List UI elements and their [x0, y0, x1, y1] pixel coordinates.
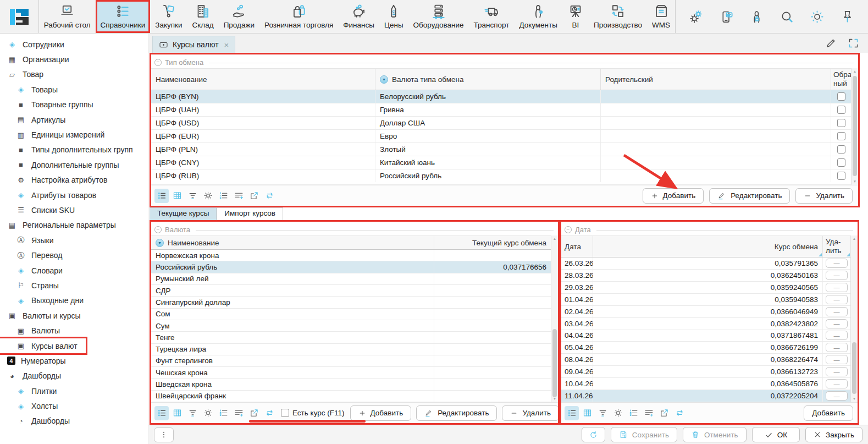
row-delete-button[interactable]: — — [826, 319, 848, 328]
table-row[interactable]: 03.04.26 0,0382423802 — — [561, 318, 850, 330]
table-row[interactable]: 01.04.26 0,035940583 — — [561, 294, 850, 306]
sidebar-item[interactable]: Ⓐ Перевод — [0, 248, 148, 262]
fullscreen-icon[interactable] — [848, 37, 859, 49]
add-button[interactable]: Добавить — [350, 405, 412, 421]
sidebar-item[interactable]: ■ Дополнительные группы — [0, 157, 148, 172]
filter-icon[interactable] — [595, 406, 610, 420]
table-row[interactable]: Чешская крона — [151, 367, 551, 379]
add-list-icon[interactable] — [231, 189, 246, 203]
scroll-down-icon[interactable]: ▼ — [851, 396, 858, 402]
table-row[interactable]: Сингапурский доллар — [151, 297, 551, 308]
sidebar-item[interactable]: ⚙ Настройка атрибутов — [0, 173, 148, 188]
sidebar-item[interactable]: ◈ Выходные дни — [0, 293, 148, 308]
nav-desktop[interactable]: Рабочий стол — [39, 0, 96, 33]
row-delete-button[interactable]: — — [826, 259, 848, 268]
numbered-list-icon[interactable] — [216, 406, 230, 420]
add-button[interactable]: Добавить — [804, 405, 853, 421]
close-button[interactable]: Закрыть — [805, 427, 863, 442]
nav-transport[interactable]: Транспорт — [468, 0, 514, 33]
settings-gear-icon[interactable] — [611, 406, 625, 420]
has-rate-checkbox[interactable] — [281, 409, 289, 417]
collapse-icon[interactable]: − — [154, 59, 162, 66]
reverse-checkbox[interactable] — [837, 145, 845, 154]
collapse-icon[interactable]: − — [154, 226, 162, 233]
scrollbar-thumb[interactable] — [852, 342, 856, 394]
nav-warehouse[interactable]: Склад — [187, 0, 219, 33]
vertical-scrollbar[interactable]: ▲ ▼ — [851, 68, 858, 185]
rows-view-icon[interactable] — [565, 406, 579, 420]
table-row[interactable]: Шведская крона — [151, 379, 551, 390]
column-header-reverse[interactable]: Обра ный — [831, 69, 851, 90]
table-row[interactable]: ЦБРФ (PLN) Злотый — [151, 143, 851, 156]
table-row[interactable]: 29.03.26 0,0359240565 — — [561, 282, 850, 294]
vertical-scrollbar[interactable]: ▲ ▼ — [551, 235, 558, 402]
row-delete-button[interactable]: — — [826, 331, 848, 340]
sidebar-item[interactable]: ◈ Сотрудники — [0, 37, 148, 52]
scroll-down-icon[interactable]: ▼ — [852, 179, 858, 184]
add-list-icon[interactable] — [642, 406, 656, 420]
scroll-down-icon[interactable]: ▼ — [551, 396, 558, 402]
nav-production[interactable]: Производство — [589, 0, 647, 33]
column-header-date[interactable]: Дата — [561, 236, 593, 257]
settings-gears-icon[interactable] — [689, 9, 704, 24]
save-button[interactable]: Сохранить — [611, 427, 677, 442]
delete-button[interactable]: Удалить — [502, 405, 559, 421]
scroll-up-icon[interactable]: ▲ — [851, 236, 858, 242]
row-delete-button[interactable]: — — [826, 355, 848, 364]
row-delete-button[interactable]: — — [826, 343, 848, 352]
numbered-list-icon[interactable] — [216, 189, 230, 203]
reverse-checkbox[interactable] — [837, 119, 845, 127]
row-delete-button[interactable]: — — [826, 379, 848, 388]
grid-view-icon[interactable] — [580, 406, 594, 420]
sidebar-item[interactable]: ▦ Организации — [0, 52, 148, 67]
column-header-delete[interactable]: Уда- лить — [823, 236, 850, 257]
settings-gear-icon[interactable] — [201, 406, 215, 420]
rows-view-icon[interactable] — [154, 406, 169, 420]
sync-icon[interactable] — [262, 189, 277, 203]
user-lock-icon[interactable] — [749, 9, 764, 24]
sidebar-item[interactable]: Ⓐ Языки — [0, 233, 148, 248]
sort-icon[interactable]: ▾ — [156, 239, 164, 247]
export-icon[interactable] — [247, 406, 261, 420]
edit-form-pencil-icon[interactable] — [825, 37, 837, 49]
nav-wms[interactable]: WMS — [647, 0, 675, 33]
table-row[interactable]: ЦБРФ (BYN) Белорусский рубль — [151, 90, 851, 103]
delete-button[interactable]: Удалить — [795, 188, 853, 204]
table-row[interactable]: Тенге — [151, 332, 551, 343]
row-delete-button[interactable]: — — [826, 295, 848, 304]
reverse-checkbox[interactable] — [837, 106, 845, 114]
column-header-parent[interactable]: Родительский — [601, 69, 831, 90]
scrollbar-thumb[interactable] — [552, 329, 557, 397]
table-row[interactable]: 05.04.26 0,0366726199 — — [561, 342, 850, 354]
column-header-rate[interactable]: Курс обмена — [593, 236, 823, 257]
settings-gear-icon[interactable] — [201, 189, 215, 203]
sidebar-item[interactable]: ▥ Единицы измерений — [0, 127, 148, 142]
sync-icon[interactable] — [672, 406, 687, 420]
cancel-button[interactable]: Отменить — [683, 427, 747, 442]
rows-view-icon[interactable] — [154, 189, 169, 203]
table-row[interactable]: ЦБРФ (RUB) Российский рубль — [151, 169, 851, 182]
nav-prices[interactable]: $ Цены — [379, 0, 408, 33]
table-row[interactable]: 02.04.26 0,0366046949 — — [561, 306, 850, 318]
table-row[interactable]: Фунт стерлингов — [151, 355, 551, 367]
edit-button[interactable]: Редактировать — [709, 188, 790, 204]
grid-view-icon[interactable] — [170, 406, 184, 420]
table-row[interactable]: ЦБРФ (USD) Доллар США — [151, 117, 851, 130]
sidebar-item[interactable]: ▱ Товар — [0, 67, 148, 82]
search-icon[interactable] — [779, 9, 794, 24]
feedback-phone-icon[interactable] — [719, 9, 734, 24]
table-row[interactable]: Сом — [151, 309, 551, 320]
nav-equipment[interactable]: Оборудование — [408, 0, 469, 33]
sync-icon[interactable] — [262, 406, 277, 420]
sidebar-item[interactable]: ◔ Дашборды — [0, 414, 148, 429]
tab-import-rates[interactable]: Импорт курсов — [217, 207, 283, 220]
sidebar-item[interactable]: ▤ Артикулы — [0, 112, 148, 127]
reverse-checkbox[interactable] — [837, 158, 845, 167]
sidebar-item[interactable]: ◈ Товары — [0, 82, 148, 97]
column-header-name[interactable]: Наименование — [151, 69, 375, 90]
table-row[interactable]: СДР — [151, 285, 551, 297]
table-row[interactable]: ЦБРФ (CNY) Китайский юань — [151, 156, 851, 169]
collapse-icon[interactable]: − — [565, 226, 572, 233]
sidebar-item[interactable]: ⚐ Страны — [0, 278, 148, 293]
table-row[interactable]: 11.04.26 0,0372205204 — — [561, 390, 850, 402]
